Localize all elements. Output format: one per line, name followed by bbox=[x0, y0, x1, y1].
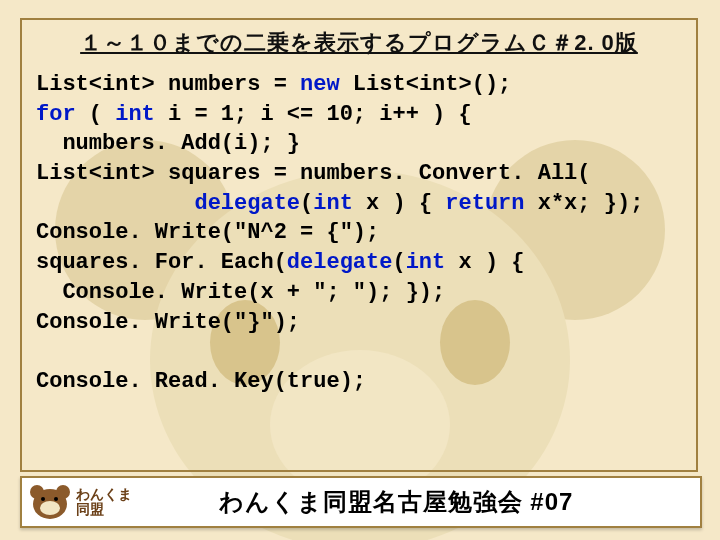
code-line-1: List<int> numbers = new List<int>(); bbox=[36, 72, 511, 97]
footer-bar: わんくま 同盟 わんくま同盟名古屋勉強会 #07 bbox=[20, 476, 702, 528]
code-line-6: Console. Write("N^2 = {"); bbox=[36, 220, 379, 245]
logo-line-2: 同盟 bbox=[76, 502, 132, 517]
logo-line-1: わんくま bbox=[76, 487, 132, 502]
code-line-9: Console. Write("}"); bbox=[36, 310, 300, 335]
code-line-2: for ( int i = 1; i <= 10; i++ ) { bbox=[36, 102, 472, 127]
code-line-5: delegate(int x ) { return x*x; }); bbox=[36, 191, 643, 216]
code-line-8: Console. Write(x + "; "); }); bbox=[36, 280, 445, 305]
code-line-4: List<int> squares = numbers. Convert. Al… bbox=[36, 161, 591, 186]
footer-title: わんくま同盟名古屋勉強会 #07 bbox=[132, 486, 700, 518]
code-line-7: squares. For. Each(delegate(int x ) { bbox=[36, 250, 525, 275]
slide-title: １～１０までの二乗を表示するプログラムＣ＃2. 0版 bbox=[22, 28, 696, 58]
code-line-10: Console. Read. Key(true); bbox=[36, 369, 366, 394]
slide-frame: １～１０までの二乗を表示するプログラムＣ＃2. 0版 List<int> num… bbox=[20, 18, 698, 472]
wankuma-logo-text: わんくま 同盟 bbox=[76, 487, 132, 518]
code-line-3: numbers. Add(i); } bbox=[36, 131, 300, 156]
code-block: List<int> numbers = new List<int>(); for… bbox=[22, 58, 696, 405]
wankuma-logo-icon bbox=[30, 485, 70, 519]
